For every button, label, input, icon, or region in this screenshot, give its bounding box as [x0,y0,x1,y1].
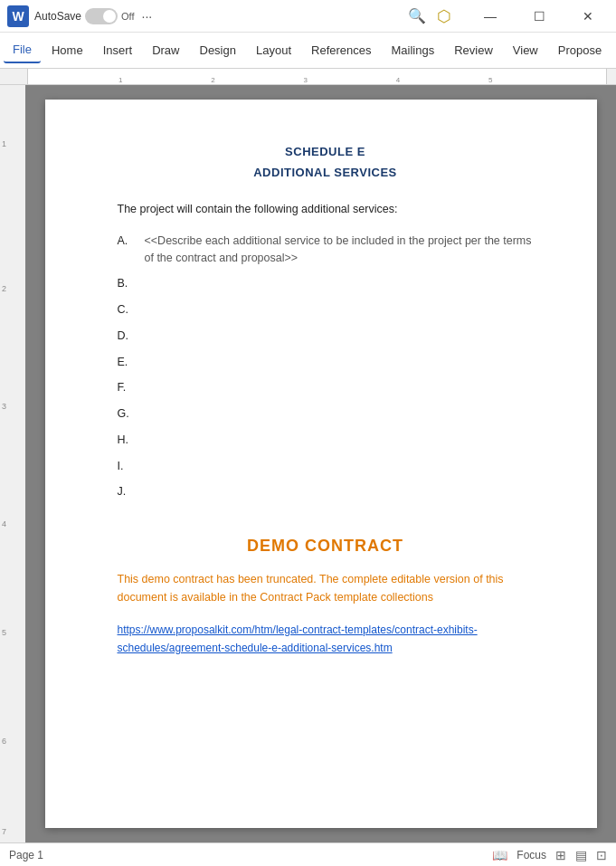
tab-file[interactable]: File [4,37,41,63]
ruler: 1 2 3 4 5 [0,69,616,85]
list-content-d[interactable] [145,328,534,345]
page-marker-2: 2 [2,284,6,293]
maximize-button[interactable]: ☐ [518,4,560,29]
list-item: H. [118,432,534,449]
tab-mailings[interactable]: Mailings [383,38,444,62]
statusbar: Page 1 📖 Focus ⊞ ▤ ⊡ [0,842,616,866]
list-content-f[interactable] [145,379,534,396]
list-content-h[interactable] [145,432,534,449]
list-item: F. [118,379,534,396]
main-area: 1 2 3 4 5 6 7 SCHEDULE E ADDITIONAL SERV… [0,85,616,842]
ruler-mark-5: 5 [488,76,492,84]
intro-paragraph: The project will contain the following a… [118,201,534,218]
minimize-button[interactable]: — [469,4,511,29]
print-layout-icon[interactable]: ▤ [575,848,587,862]
ruler-mark-2: 2 [211,76,214,84]
page-marker-7: 7 [2,827,6,836]
tab-propose[interactable]: Propose [549,38,611,62]
demo-link[interactable]: https://www.proposalkit.com/htm/legal-co… [118,623,478,654]
list-item: J. [118,483,534,500]
focus-label[interactable]: Focus [516,849,546,861]
tab-design[interactable]: Design [191,38,245,62]
list-label-h: H. [118,432,145,449]
page-marker-3: 3 [2,402,6,411]
more-options[interactable]: ··· [142,9,153,24]
autosave-toggle[interactable] [85,8,118,24]
schedule-title: SCHEDULE E [118,145,534,158]
document-page[interactable]: SCHEDULE E ADDITIONAL SERVICES The proje… [45,100,597,828]
page-indicator: Page 1 [9,849,43,861]
toggle-state: Off [121,11,134,22]
read-icon[interactable]: 📖 [492,848,507,862]
list-item: D. [118,328,534,345]
layout-icon[interactable]: ⊞ [555,848,566,862]
page-marker-6: 6 [2,737,6,746]
page-marker-1: 1 [2,139,6,148]
document-scroll-area[interactable]: SCHEDULE E ADDITIONAL SERVICES The proje… [25,85,616,842]
search-icon[interactable]: 🔍 [408,7,426,24]
list-label-g: G. [118,405,145,423]
diamond-icon[interactable]: ⬡ [437,6,451,26]
demo-text: This demo contract has been truncated. T… [118,570,534,606]
tab-layout[interactable]: Layout [247,38,300,62]
list-label-f: F. [118,379,145,396]
ruler-scale: 1 2 3 4 5 [27,69,607,84]
list-item: E. [118,354,534,371]
page-marker-5: 5 [2,628,6,637]
list-label-c: C. [118,301,145,319]
list-content-e[interactable] [145,354,534,371]
demo-contract-title: DEMO CONTRACT [118,537,534,556]
close-button[interactable]: ✕ [567,4,609,29]
list-label-b: B. [118,275,145,292]
ruler-mark-1: 1 [118,76,122,84]
tab-home[interactable]: Home [43,38,92,62]
autosave-label: AutoSave [34,10,81,23]
ruler-mark-4: 4 [396,76,400,84]
statusbar-right: 📖 Focus ⊞ ▤ ⊡ [492,848,607,862]
list-item: C. [118,301,534,319]
tab-review[interactable]: Review [445,38,502,62]
list-content-a[interactable]: <<Describe each additional service to be… [145,233,534,267]
list-container: A. <<Describe each additional service to… [118,233,534,500]
list-label-j: J. [118,483,145,500]
list-item: I. [118,458,534,475]
page-marker-4: 4 [2,519,6,528]
list-item: A. <<Describe each additional service to… [118,233,534,267]
left-sidebar: 1 2 3 4 5 6 7 [0,85,25,842]
titlebar: W AutoSave Off ··· 🔍 ⬡ — ☐ ✕ [0,0,616,33]
tab-view[interactable]: View [504,38,547,62]
tab-insert[interactable]: Insert [94,38,142,62]
tab-draw[interactable]: Draw [143,38,188,62]
list-label-i: I. [118,458,145,475]
additional-services-title: ADDITIONAL SERVICES [118,166,534,179]
web-layout-icon[interactable]: ⊡ [596,848,607,862]
list-content-j[interactable] [145,483,534,500]
list-item: B. [118,275,534,292]
list-content-g[interactable] [145,405,534,423]
list-label-a: A. [118,233,145,267]
tab-help[interactable]: Help [612,38,616,62]
ruler-mark-3: 3 [303,76,307,84]
tab-references[interactable]: References [302,38,380,62]
list-content-b[interactable] [145,275,534,292]
ribbon: File Home Insert Draw Design Layout Refe… [0,33,616,69]
window-controls: — ☐ ✕ [469,4,609,29]
word-app-icon: W [7,5,29,27]
list-label-e: E. [118,354,145,371]
list-content-c[interactable] [145,301,534,319]
toggle-knob [103,10,116,23]
list-item: G. [118,405,534,423]
list-label-d: D. [118,328,145,345]
list-content-i[interactable] [145,458,534,475]
